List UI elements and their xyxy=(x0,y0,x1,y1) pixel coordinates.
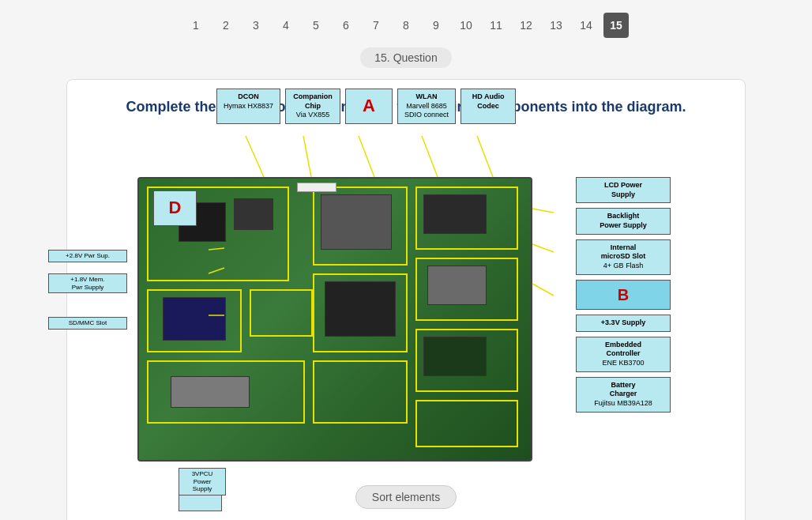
battery-charger-label: BatteryChargerFujitsu MB39A128 xyxy=(576,377,671,413)
lcd-power-label: LCD PowerSupply xyxy=(576,177,671,203)
svg-line-1 xyxy=(303,136,311,177)
companion-chip-label: CompanionChipVia VX855 xyxy=(285,89,340,124)
page-3[interactable]: 3 xyxy=(243,13,269,38)
d-label: D xyxy=(153,190,197,226)
supply-33v-label: +3.3V Supply xyxy=(576,315,671,332)
page-1[interactable]: 1 xyxy=(183,13,209,38)
b-letter-label: B xyxy=(576,280,671,310)
page-15[interactable]: 15 xyxy=(603,13,629,38)
page-10[interactable]: 10 xyxy=(453,13,479,38)
pagination: 1 2 3 4 5 6 7 8 9 10 11 12 13 14 15 xyxy=(0,0,812,47)
page-8[interactable]: 8 xyxy=(393,13,419,38)
svg-line-3 xyxy=(422,136,438,177)
internal-microsd-label: InternalmicroSD Slot4+ GB Flash xyxy=(576,239,671,275)
page-11[interactable]: 11 xyxy=(483,13,509,38)
hd-audio-label: HD AudioCodec xyxy=(461,89,516,124)
page-9[interactable]: 9 xyxy=(423,13,449,38)
dcon-label: DCONHymax HX8837 xyxy=(216,89,280,124)
question-label: 15. Question xyxy=(360,47,451,68)
svg-line-0 xyxy=(246,136,264,177)
svg-line-4 xyxy=(477,136,493,177)
page-6[interactable]: 6 xyxy=(333,13,359,38)
connector xyxy=(297,183,336,192)
svg-line-6 xyxy=(532,244,554,252)
main-card: Complete the motherboard by dragging the… xyxy=(66,79,746,520)
embedded-controller-label: EmbeddedControllerENE KB3700 xyxy=(576,337,671,372)
motherboard-diagram: D +2.8V Pwr Sup. +1.8V Mem.Pwr Supply SD… xyxy=(137,177,532,462)
a-placeholder-label: A xyxy=(345,89,393,124)
page-12[interactable]: 12 xyxy=(513,13,539,38)
page-5[interactable]: 5 xyxy=(303,13,329,38)
page-7[interactable]: 7 xyxy=(363,13,389,38)
page-4[interactable]: 4 xyxy=(273,13,299,38)
backlight-power-label: BacklightPower Supply xyxy=(576,208,671,234)
svg-line-2 xyxy=(359,136,374,177)
question-label-wrap: 15. Question xyxy=(0,47,812,68)
sort-elements-button[interactable]: Sort elements xyxy=(355,485,457,509)
svg-line-5 xyxy=(532,209,554,213)
page-13[interactable]: 13 xyxy=(543,13,569,38)
wlan-label: WLANMarvell 8685SDIO connect xyxy=(397,89,456,124)
page-2[interactable]: 2 xyxy=(213,13,239,38)
right-labels-panel: LCD PowerSupply BacklightPower Supply In… xyxy=(576,177,671,413)
svg-line-7 xyxy=(532,284,554,296)
diagram-container: DCONHymax HX8837 CompanionChipVia VX855 … xyxy=(83,130,729,462)
page-14[interactable]: 14 xyxy=(573,13,599,38)
